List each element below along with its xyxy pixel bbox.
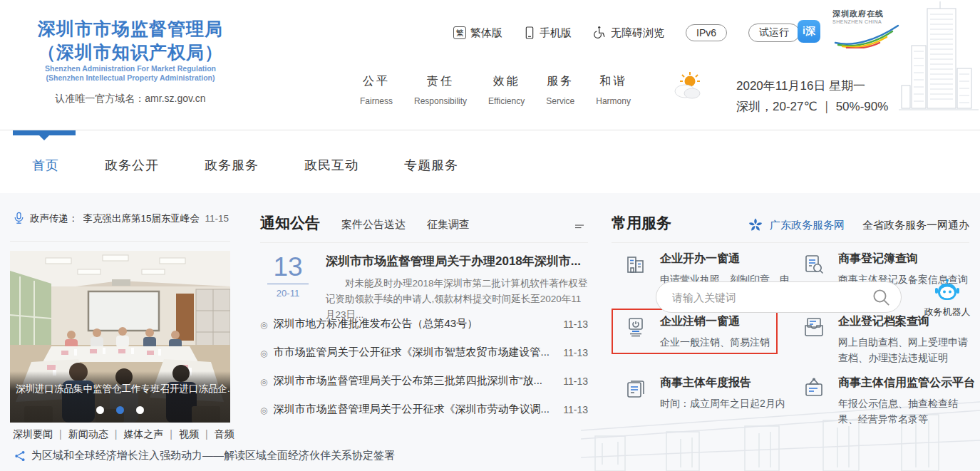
weather-sun-cloud-icon	[670, 71, 704, 101]
service-archive-search[interactable]: 企业登记档案查询 网上自助查档、网上受理申请查档、办理违法违规证明	[801, 314, 969, 366]
search-input[interactable]	[672, 283, 865, 311]
traditional-icon: 繁	[453, 26, 466, 39]
featured-title[interactable]: 深圳市市场监督管理局关于办理2018年深圳市...	[326, 253, 588, 269]
service-name[interactable]: 商事主体年度报告	[660, 376, 785, 390]
divider	[260, 242, 588, 243]
carousel-dot-1[interactable]	[96, 406, 104, 414]
value-service: 服务 Service	[546, 74, 574, 106]
footer-ticker: 为区域和全球经济增长注入强劲动力——解读区域全面经济伙伴关系协定签署	[14, 449, 395, 462]
page: 深圳市市场监督管理局 （深圳市知识产权局） Shenzhen Administr…	[0, 0, 980, 471]
shenzhen-gov-online-logo[interactable]: 深圳政府在线 SHENZHEN CHINA	[832, 9, 904, 51]
ticker-date: 11-15	[205, 213, 229, 224]
notice-item[interactable]: 市市场监管局关于公开征求《深圳市智慧农贸市场建设管... 11-13	[260, 346, 588, 359]
featured-notice[interactable]: 13 20-11 深圳市市场监督管理局关于办理2018年深圳市... 对未能及时…	[260, 253, 588, 323]
search-box[interactable]	[656, 281, 902, 313]
tab-home[interactable]: 首页	[32, 157, 59, 174]
notice-title[interactable]: 深圳市市场监督管理局关于公布第三批第四批深圳市“放...	[273, 374, 553, 388]
tab-special-services[interactable]: 专题服务	[404, 157, 458, 174]
value-fairness: 公平 Fairness	[360, 74, 393, 106]
carousel-dot-2[interactable]	[116, 406, 124, 414]
i-shenzhen-app-icon[interactable]: i深	[798, 20, 820, 43]
nav-items: 首页 政务公开 政务服务 政民互动 专题服务	[32, 157, 504, 174]
notice-date: 11-13	[563, 376, 588, 387]
building-sketch	[899, 0, 979, 123]
carousel-dot-3[interactable]	[136, 406, 144, 414]
featured-date-block: 13 20-11	[260, 253, 316, 323]
link-shenzhen-news[interactable]: 深圳要闻	[13, 428, 68, 441]
service-desc: 时间：成立周年之日起2月内	[660, 396, 785, 412]
mobile-version-link[interactable]: 手机版	[524, 26, 572, 40]
traditional-version-link[interactable]: 繁 繁体版	[453, 26, 502, 40]
weather-line: 深圳，20-27℃ ｜ 50%-90%	[736, 96, 888, 117]
accessibility-label: 无障碍浏览	[611, 26, 664, 40]
date-line: 2020年11月16日 星期一	[736, 76, 888, 96]
carousel-caption[interactable]: 深圳进口冻品集中监管仓工作专班召开进口冻品企...	[10, 383, 230, 395]
service-business-deregistration[interactable]: 企业注销一窗通 企业一般注销、简易注销	[623, 314, 794, 351]
building-icon	[623, 252, 649, 276]
microphone-icon	[13, 212, 25, 225]
phone-icon	[524, 26, 535, 40]
archive-icon	[801, 314, 827, 338]
search-icon[interactable]	[872, 288, 891, 307]
notice-item[interactable]: 深圳市地方标准批准发布公告（总第43号） 11-13	[260, 317, 588, 331]
service-credit-platform[interactable]: 商事主体信用监管公示平台 年报公示信息、抽查检查结果、经营异常名录等	[801, 376, 969, 427]
featured-body: 深圳市市场监督管理局关于办理2018年深圳市... 对未能及时办理2018年深圳…	[326, 253, 588, 323]
power-icon	[623, 314, 649, 338]
gov-robot-entry[interactable]: 政务机器人	[921, 279, 974, 319]
ticker-headline[interactable]: 李克强出席第15届东亚峰会	[83, 212, 200, 225]
date-underline	[267, 284, 309, 284]
notices-title[interactable]: 通知公告	[260, 213, 320, 233]
service-desc: 年报公示信息、抽查检查结果、经营异常名录等	[838, 396, 975, 427]
accessibility-link[interactable]: 无障碍浏览	[593, 26, 664, 40]
service-desc: 企业一般注销、简易注销	[660, 335, 770, 351]
notice-title[interactable]: 市市场监管局关于公开征求《深圳市智慧农贸市场建设管...	[273, 346, 553, 359]
more-icon[interactable]	[571, 224, 588, 233]
tab-public-interaction[interactable]: 政民互动	[304, 157, 359, 174]
value-cn: 责任	[414, 74, 467, 89]
service-annual-report[interactable]: 商事主体年度报告 时间：成立周年之日起2月内	[623, 376, 794, 412]
notice-item[interactable]: 深圳市市场监督管理局关于公开征求《深圳市劳动争议调... 11-13	[260, 403, 588, 416]
app-icon-text: i深	[803, 25, 815, 38]
service-desc: 网上自助查档、网上受理申请查档、办理违法违规证明	[838, 335, 969, 366]
guangdong-portal-link[interactable]: 广东政务服务网	[770, 219, 845, 232]
service-text: 企业注销一窗通 企业一般注销、简易注销	[660, 314, 770, 351]
footer-ticker-text[interactable]: 为区域和全球经济增长注入强劲动力——解读区域全面经济伙伴关系协定签署	[31, 449, 395, 462]
portal-note-link[interactable]: 全省政务服务一网通办	[862, 219, 969, 232]
notice-item[interactable]: 深圳市市场监督管理局关于公布第三批第四批深圳市“放... 11-13	[260, 374, 588, 388]
tab-gov-services[interactable]: 政务服务	[205, 157, 259, 174]
rainbow-swoosh-icon	[832, 24, 901, 48]
org-name-cn-line2: （深圳市知识产权局）	[13, 41, 248, 64]
ipv6-badge[interactable]: IPv6	[686, 24, 727, 41]
bullet-icon	[260, 318, 273, 331]
active-tab-indicator	[13, 130, 76, 135]
org-name-en-line1: Shenzhen Administration For Market Regul…	[13, 64, 248, 73]
service-name[interactable]: 企业注销一窗通	[660, 314, 770, 329]
value-cn: 效能	[488, 74, 525, 89]
service-name[interactable]: 企业开办一窗通	[660, 252, 794, 266]
notices-column: 通知公告 案件公告送达 征集调查 13 20-11 深圳市市场监督管理局关于办理…	[260, 202, 588, 233]
link-video[interactable]: 视频	[179, 428, 215, 441]
tab-gov-disclosure[interactable]: 政务公开	[105, 157, 159, 174]
site-logo[interactable]: 深圳市市场监督管理局 （深圳市知识产权局） Shenzhen Administr…	[13, 17, 248, 105]
tab-surveys[interactable]: 征集调查	[427, 218, 470, 233]
gov-logo-en: SHENZHEN CHINA	[832, 19, 904, 24]
org-name-en-line2: (Shenzhen Intellectual Property Administ…	[13, 73, 248, 83]
news-carousel[interactable]: 深圳进口冻品集中监管仓工作专班召开进口冻品企...	[10, 251, 230, 423]
carousel-caption-overlay: 深圳进口冻品集中监管仓工作专班召开进口冻品企...	[10, 371, 230, 423]
notice-date: 11-13	[563, 404, 588, 415]
divider	[10, 241, 230, 242]
board-icon	[801, 376, 827, 400]
service-text: 商事主体信用监管公示平台 年报公示信息、抽查检查结果、经营异常名录等	[838, 376, 975, 427]
notice-title[interactable]: 深圳市市场监督管理局关于公开征求《深圳市劳动争议调...	[273, 403, 553, 416]
service-name[interactable]: 商事主体信用监管公示平台	[838, 376, 975, 390]
trial-run-badge[interactable]: 试运行	[748, 24, 800, 42]
carousel-dots	[10, 406, 230, 414]
link-news-updates[interactable]: 新闻动态	[68, 428, 124, 441]
services-header: 常用服务 广东政务服务网 全省政务服务一网通办	[612, 202, 969, 233]
tab-case-announcements[interactable]: 案件公告送达	[341, 218, 406, 233]
value-cn: 和谐	[596, 74, 631, 89]
service-name[interactable]: 商事登记簿查询	[838, 252, 968, 266]
link-audio[interactable]: 音频	[215, 428, 234, 441]
notice-title[interactable]: 深圳市地方标准批准发布公告（总第43号）	[273, 317, 553, 331]
link-media-voice[interactable]: 媒体之声	[123, 428, 179, 441]
